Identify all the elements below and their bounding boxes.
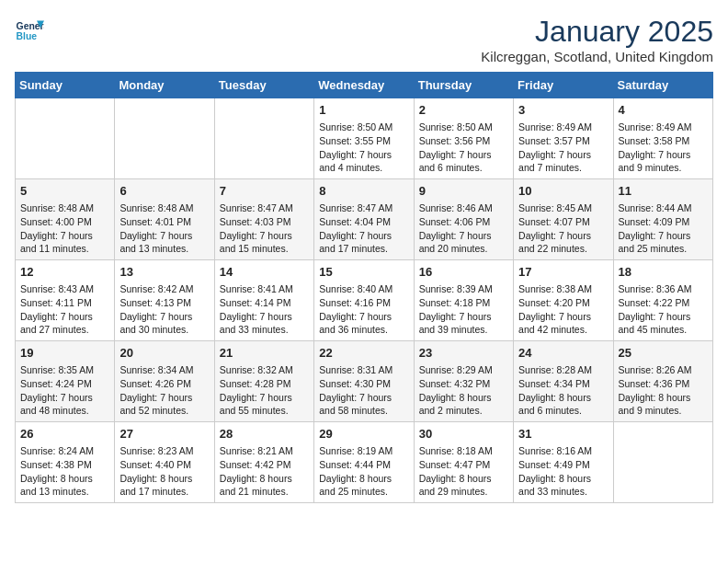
day-number: 7 [220, 183, 309, 200]
calendar-cell: 28Sunrise: 8:21 AMSunset: 4:42 PMDayligh… [214, 422, 313, 503]
calendar-cell: 27Sunrise: 8:23 AMSunset: 4:40 PMDayligh… [115, 422, 214, 503]
calendar-cell: 16Sunrise: 8:39 AMSunset: 4:18 PMDayligh… [414, 260, 513, 341]
day-number: 29 [319, 426, 408, 442]
day-number: 10 [518, 183, 608, 200]
day-info: Sunrise: 8:36 AMSunset: 4:22 PMDaylight:… [619, 282, 708, 337]
day-number: 22 [319, 345, 408, 362]
col-header-friday: Friday [514, 73, 613, 98]
col-header-wednesday: Wednesday [314, 73, 414, 98]
calendar-cell: 14Sunrise: 8:41 AMSunset: 4:14 PMDayligh… [214, 260, 313, 341]
day-info: Sunrise: 8:31 AMSunset: 4:30 PMDaylight:… [319, 363, 408, 418]
page-header: General Blue January 2025 Kilcreggan, Sc… [15, 15, 713, 64]
calendar-cell: 6Sunrise: 8:48 AMSunset: 4:01 PMDaylight… [115, 179, 214, 260]
location: Kilcreggan, Scotland, United Kingdom [481, 49, 713, 64]
col-header-sunday: Sunday [16, 73, 115, 98]
day-info: Sunrise: 8:48 AMSunset: 4:01 PMDaylight:… [119, 201, 209, 256]
calendar-cell: 12Sunrise: 8:43 AMSunset: 4:11 PMDayligh… [16, 260, 115, 341]
day-info: Sunrise: 8:21 AMSunset: 4:42 PMDaylight:… [220, 444, 309, 499]
calendar-cell: 8Sunrise: 8:47 AMSunset: 4:04 PMDaylight… [314, 179, 414, 260]
calendar-table: SundayMondayTuesdayWednesdayThursdayFrid… [15, 72, 713, 503]
day-number: 24 [518, 345, 608, 362]
day-number: 19 [20, 345, 109, 362]
calendar-cell: 22Sunrise: 8:31 AMSunset: 4:30 PMDayligh… [314, 341, 414, 422]
col-header-thursday: Thursday [414, 73, 513, 98]
title-block: January 2025 Kilcreggan, Scotland, Unite… [481, 15, 713, 64]
calendar-week-row: 12Sunrise: 8:43 AMSunset: 4:11 PMDayligh… [16, 260, 713, 341]
logo: General Blue [15, 15, 44, 44]
day-number: 5 [20, 183, 109, 200]
col-header-tuesday: Tuesday [214, 73, 313, 98]
day-info: Sunrise: 8:49 AMSunset: 3:57 PMDaylight:… [518, 121, 608, 175]
day-info: Sunrise: 8:29 AMSunset: 4:32 PMDaylight:… [419, 363, 508, 418]
calendar-cell: 31Sunrise: 8:16 AMSunset: 4:49 PMDayligh… [514, 422, 613, 503]
calendar-cell: 20Sunrise: 8:34 AMSunset: 4:26 PMDayligh… [115, 341, 214, 422]
calendar-cell: 5Sunrise: 8:48 AMSunset: 4:00 PMDaylight… [16, 179, 115, 260]
calendar-cell: 21Sunrise: 8:32 AMSunset: 4:28 PMDayligh… [214, 341, 313, 422]
day-info: Sunrise: 8:47 AMSunset: 4:03 PMDaylight:… [220, 201, 309, 256]
svg-text:Blue: Blue [17, 31, 38, 41]
calendar-week-row: 5Sunrise: 8:48 AMSunset: 4:00 PMDaylight… [16, 179, 713, 260]
day-info: Sunrise: 8:28 AMSunset: 4:34 PMDaylight:… [518, 363, 608, 418]
day-info: Sunrise: 8:43 AMSunset: 4:11 PMDaylight:… [20, 282, 109, 337]
day-number: 3 [518, 102, 608, 119]
day-info: Sunrise: 8:47 AMSunset: 4:04 PMDaylight:… [319, 201, 408, 256]
calendar-cell: 26Sunrise: 8:24 AMSunset: 4:38 PMDayligh… [16, 422, 115, 503]
calendar-cell [613, 422, 712, 503]
calendar-cell [115, 98, 214, 179]
day-info: Sunrise: 8:18 AMSunset: 4:47 PMDaylight:… [419, 444, 508, 499]
day-number: 6 [119, 183, 209, 200]
day-info: Sunrise: 8:38 AMSunset: 4:20 PMDaylight:… [518, 282, 608, 337]
day-number: 26 [20, 426, 109, 442]
day-number: 17 [518, 264, 608, 281]
logo-icon: General Blue [15, 15, 44, 44]
calendar-cell: 10Sunrise: 8:45 AMSunset: 4:07 PMDayligh… [514, 179, 613, 260]
day-info: Sunrise: 8:34 AMSunset: 4:26 PMDaylight:… [119, 363, 209, 418]
calendar-cell: 13Sunrise: 8:42 AMSunset: 4:13 PMDayligh… [115, 260, 214, 341]
day-info: Sunrise: 8:19 AMSunset: 4:44 PMDaylight:… [319, 444, 408, 499]
calendar-cell: 3Sunrise: 8:49 AMSunset: 3:57 PMDaylight… [514, 98, 613, 179]
day-number: 4 [619, 102, 708, 119]
calendar-cell: 4Sunrise: 8:49 AMSunset: 3:58 PMDaylight… [613, 98, 712, 179]
calendar-cell: 29Sunrise: 8:19 AMSunset: 4:44 PMDayligh… [314, 422, 414, 503]
day-number: 15 [319, 264, 408, 281]
day-number: 21 [220, 345, 309, 362]
day-info: Sunrise: 8:24 AMSunset: 4:38 PMDaylight:… [20, 444, 109, 499]
day-number: 18 [619, 264, 708, 281]
day-info: Sunrise: 8:44 AMSunset: 4:09 PMDaylight:… [619, 201, 708, 256]
day-number: 27 [119, 426, 209, 442]
day-number: 1 [319, 102, 408, 119]
day-number: 2 [419, 102, 508, 119]
day-number: 31 [518, 426, 608, 442]
day-number: 8 [319, 183, 408, 200]
day-info: Sunrise: 8:45 AMSunset: 4:07 PMDaylight:… [518, 201, 608, 256]
day-number: 9 [419, 183, 508, 200]
day-info: Sunrise: 8:42 AMSunset: 4:13 PMDaylight:… [119, 282, 209, 337]
day-info: Sunrise: 8:26 AMSunset: 4:36 PMDaylight:… [619, 363, 708, 418]
day-info: Sunrise: 8:50 AMSunset: 3:55 PMDaylight:… [319, 121, 408, 175]
day-info: Sunrise: 8:40 AMSunset: 4:16 PMDaylight:… [319, 282, 408, 337]
month-title: January 2025 [481, 15, 713, 49]
day-number: 20 [119, 345, 209, 362]
calendar-week-row: 1Sunrise: 8:50 AMSunset: 3:55 PMDaylight… [16, 98, 713, 179]
calendar-cell: 9Sunrise: 8:46 AMSunset: 4:06 PMDaylight… [414, 179, 513, 260]
day-info: Sunrise: 8:39 AMSunset: 4:18 PMDaylight:… [419, 282, 508, 337]
calendar-cell: 19Sunrise: 8:35 AMSunset: 4:24 PMDayligh… [16, 341, 115, 422]
calendar-cell: 17Sunrise: 8:38 AMSunset: 4:20 PMDayligh… [514, 260, 613, 341]
calendar-cell: 24Sunrise: 8:28 AMSunset: 4:34 PMDayligh… [514, 341, 613, 422]
calendar-cell: 25Sunrise: 8:26 AMSunset: 4:36 PMDayligh… [613, 341, 712, 422]
calendar-cell: 23Sunrise: 8:29 AMSunset: 4:32 PMDayligh… [414, 341, 513, 422]
col-header-monday: Monday [115, 73, 214, 98]
day-info: Sunrise: 8:16 AMSunset: 4:49 PMDaylight:… [518, 444, 608, 499]
calendar-cell [214, 98, 313, 179]
day-info: Sunrise: 8:46 AMSunset: 4:06 PMDaylight:… [419, 201, 508, 256]
day-number: 25 [619, 345, 708, 362]
calendar-cell [16, 98, 115, 179]
calendar-cell: 11Sunrise: 8:44 AMSunset: 4:09 PMDayligh… [613, 179, 712, 260]
day-number: 12 [20, 264, 109, 281]
col-header-saturday: Saturday [613, 73, 712, 98]
calendar-cell: 1Sunrise: 8:50 AMSunset: 3:55 PMDaylight… [314, 98, 414, 179]
day-info: Sunrise: 8:50 AMSunset: 3:56 PMDaylight:… [419, 121, 508, 175]
day-number: 23 [419, 345, 508, 362]
day-info: Sunrise: 8:48 AMSunset: 4:00 PMDaylight:… [20, 201, 109, 256]
day-number: 14 [220, 264, 309, 281]
